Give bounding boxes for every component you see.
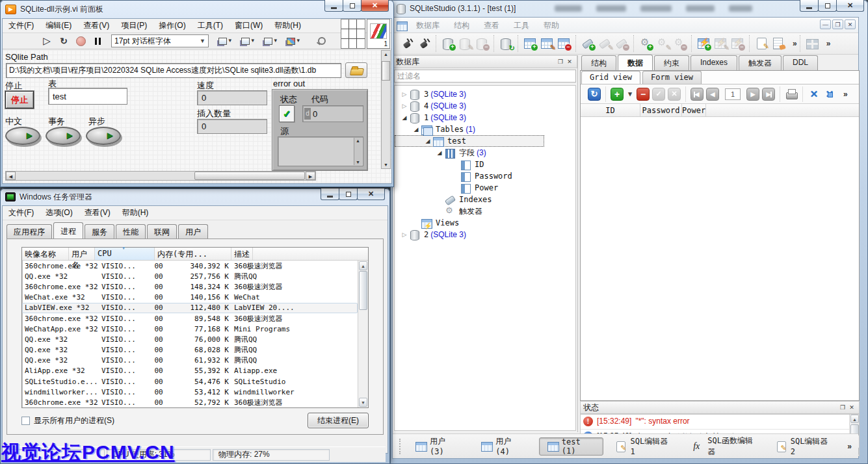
transaction-toggle-button[interactable] bbox=[46, 127, 81, 145]
tree-item[interactable]: 触发器 bbox=[395, 205, 575, 217]
process-row[interactable]: windmillworker... VISIO... 00 53,412 K w… bbox=[22, 387, 358, 397]
process-column-header[interactable]: 内存(专用... bbox=[155, 248, 231, 260]
taskman-minimize-button[interactable] bbox=[321, 188, 339, 200]
tree-item[interactable]: Password bbox=[395, 170, 575, 182]
taskbar-window-button[interactable]: SQL编辑器 1 bbox=[607, 437, 681, 456]
checkbox-icon[interactable] bbox=[21, 417, 30, 425]
tree-expander[interactable] bbox=[400, 91, 409, 97]
detail-tab[interactable]: 结构 bbox=[581, 55, 616, 70]
process-row[interactable]: 360chrome.exe *32 VISIO... 00 340,392 K … bbox=[22, 261, 358, 271]
taskbar-window-button[interactable]: SQL函数编辑器 bbox=[685, 437, 763, 456]
menu-item[interactable]: 工具(T) bbox=[192, 20, 229, 31]
remove-trigger-button[interactable] bbox=[672, 36, 687, 51]
detail-tab[interactable]: DDL bbox=[783, 55, 818, 70]
menu-item[interactable]: 查看(V) bbox=[77, 20, 115, 31]
mdi-restore-button[interactable]: ❐ bbox=[832, 19, 843, 29]
taskbar-window-button[interactable]: SQL编辑器 2 bbox=[768, 437, 841, 456]
reorder-dropdown[interactable] bbox=[283, 34, 298, 47]
delete-row-button[interactable] bbox=[637, 88, 650, 101]
process-table-scrollbar[interactable]: ▲▼ bbox=[358, 261, 368, 407]
add-index-button[interactable] bbox=[580, 36, 596, 51]
vi-icon[interactable] bbox=[367, 19, 390, 49]
edit-trigger-button[interactable] bbox=[655, 36, 670, 51]
run-continuous-button[interactable] bbox=[57, 34, 71, 47]
distribute-objects-dropdown[interactable] bbox=[238, 34, 252, 47]
resize-objects-dropdown[interactable] bbox=[261, 34, 275, 47]
grid-body[interactable] bbox=[581, 118, 859, 400]
taskmanager-tab[interactable]: 进程 bbox=[53, 222, 83, 238]
tree-expander[interactable] bbox=[412, 126, 421, 133]
menu-item[interactable]: 工具 bbox=[506, 21, 536, 30]
commit-changes-button[interactable] bbox=[652, 88, 665, 101]
close-button[interactable]: ✕ bbox=[836, 0, 864, 12]
pause-button[interactable] bbox=[90, 34, 105, 47]
toolbar-overflow-chevron[interactable]: » bbox=[790, 39, 800, 48]
taskmanager-tab[interactable]: 联网 bbox=[147, 224, 177, 238]
process-row[interactable]: QQ.exe *32 VISIO... 00 257,756 K 腾讯QQ bbox=[22, 271, 358, 281]
menu-item[interactable]: 选项(O) bbox=[40, 207, 78, 218]
abort-button[interactable] bbox=[73, 34, 88, 47]
menu-item[interactable]: 结构 bbox=[447, 21, 477, 30]
stop-button[interactable]: 停止 bbox=[5, 91, 34, 109]
edit-view-button[interactable]: ⚡ bbox=[713, 36, 728, 51]
browse-folder-button[interactable] bbox=[345, 62, 367, 78]
add-table-button[interactable] bbox=[522, 36, 538, 51]
rollback-changes-button[interactable] bbox=[668, 88, 681, 101]
panel-float-icon[interactable]: ❐ bbox=[556, 58, 565, 66]
radix-indicator[interactable]: d bbox=[304, 108, 311, 120]
error-code-field[interactable]: d 0 bbox=[302, 105, 363, 122]
process-row[interactable]: SQLiteStudio.e... VISIO... 00 54,476 K S… bbox=[22, 376, 358, 387]
panel-horizontal-scrollbar[interactable]: ◀▶ bbox=[5, 171, 316, 181]
sqlitestudio-titlebar[interactable]: SQLiteStudio (3.1.1) - [test (1)] ✕ bbox=[390, 0, 868, 17]
process-row[interactable]: 360chrome.exe *32 VISIO... 00 148,324 K … bbox=[22, 281, 358, 292]
tree-expander[interactable] bbox=[400, 103, 409, 109]
taskbar-window-button[interactable]: 用户 (4) bbox=[473, 437, 534, 456]
process-column-header[interactable]: 描述 bbox=[231, 248, 253, 260]
menu-item[interactable]: 查看 bbox=[477, 21, 506, 30]
remove-view-button[interactable]: ⚡ bbox=[730, 36, 745, 51]
process-row[interactable]: AliApp.exe *32 VISIO... 00 55,392 K Alia… bbox=[22, 366, 358, 376]
process-row[interactable]: WeChat.exe *32 VISIO... 00 140,156 K WeC… bbox=[22, 292, 358, 303]
maximize-button[interactable] bbox=[818, 0, 837, 12]
taskbar-window-button[interactable]: test (1) bbox=[539, 437, 604, 456]
detail-tab[interactable]: 触发器 bbox=[739, 55, 782, 70]
add-view-button[interactable]: ⚡ bbox=[696, 36, 711, 51]
menu-item[interactable]: 帮助(H) bbox=[116, 207, 155, 218]
view-tab[interactable]: Form view bbox=[642, 71, 702, 84]
toolbar-overflow-chevron-2[interactable]: » bbox=[824, 39, 834, 48]
labview-titlebar[interactable]: ▶ SQLite-dll示例.vi 前面板 ✕ bbox=[0, 0, 394, 18]
process-row[interactable]: 360chrome.exe *32 VISIO... 00 89,548 K 3… bbox=[22, 313, 358, 324]
tree-item[interactable]: 1 (SQLite 3) bbox=[395, 112, 575, 123]
menu-item[interactable]: 文件(F) bbox=[3, 20, 40, 31]
remove-table-button[interactable] bbox=[556, 36, 572, 51]
taskman-close-button[interactable]: ✕ bbox=[357, 188, 385, 200]
fit-columns-button[interactable] bbox=[808, 88, 821, 101]
refresh-databases-button[interactable] bbox=[498, 36, 514, 51]
status-float-icon[interactable]: ❐ bbox=[838, 404, 847, 412]
next-row-button[interactable] bbox=[746, 88, 759, 101]
tree-expander[interactable] bbox=[400, 231, 409, 238]
page-number-input[interactable] bbox=[725, 88, 741, 100]
taskman-restore-button[interactable] bbox=[339, 188, 358, 200]
first-row-button[interactable] bbox=[690, 88, 704, 101]
process-row[interactable]: QQ.exe *32 VISIO... 00 76,000 K 腾讯QQ bbox=[22, 334, 358, 344]
process-column-header[interactable]: 用户名 bbox=[69, 248, 95, 260]
sqlite-path-input[interactable] bbox=[6, 63, 341, 78]
tree-item[interactable]: test bbox=[395, 135, 544, 147]
error-source-field[interactable] bbox=[278, 136, 363, 166]
window-layout-button[interactable] bbox=[804, 36, 820, 51]
tree-expander[interactable] bbox=[435, 149, 444, 156]
mdi-child-icon[interactable] bbox=[396, 20, 408, 31]
tree-item[interactable]: Indexes bbox=[395, 194, 575, 205]
remove-database-button[interactable] bbox=[474, 36, 490, 51]
tree-expander[interactable] bbox=[400, 114, 409, 121]
tree-item[interactable]: 3 (SQLite 3) bbox=[395, 88, 575, 100]
show-all-users-checkbox[interactable]: 显示所有用户的进程(S) bbox=[21, 415, 114, 426]
table-name-input[interactable]: test bbox=[48, 88, 127, 105]
menu-item[interactable]: 帮助 bbox=[536, 21, 566, 30]
panel-grid-button[interactable] bbox=[341, 19, 365, 49]
end-process-button[interactable]: 结束进程(E) bbox=[308, 413, 369, 428]
menu-item[interactable]: 帮助(H) bbox=[269, 20, 307, 31]
mdi-minimize-button[interactable]: — bbox=[820, 19, 831, 29]
tree-expander[interactable] bbox=[423, 138, 432, 144]
